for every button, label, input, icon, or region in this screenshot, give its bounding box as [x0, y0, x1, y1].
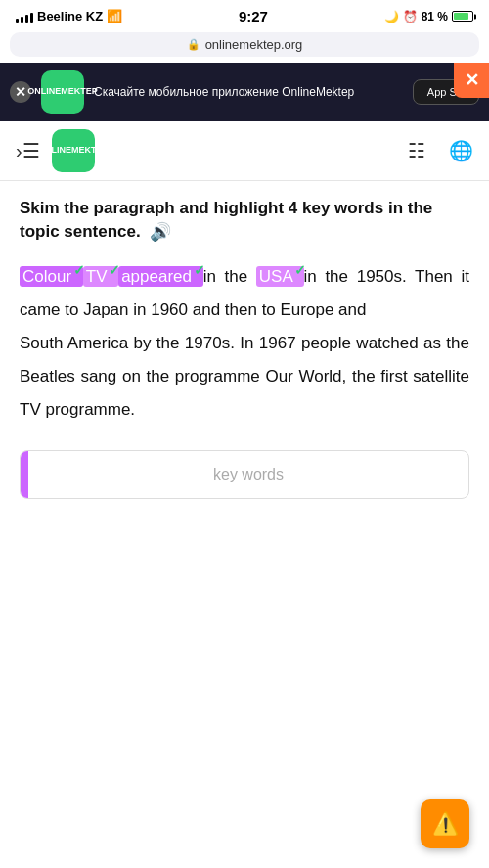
input-left-accent	[21, 451, 28, 498]
highlight-colour: ✓ Colour	[20, 266, 83, 287]
alarm-icon: ⏰	[403, 10, 418, 23]
main-content: Skim the paragraph and highlight 4 key w…	[0, 181, 489, 519]
battery-indicator	[452, 11, 473, 22]
ad-text: Скачайте мобильное приложение OnlineMekt…	[94, 84, 403, 101]
paragraph-text: ✓ Colour ✓ TV ✓ appeared in the ✓ USA in…	[20, 260, 469, 427]
ad-banner: ✕ ONLINE MEKTEP Скачайте мобильное прило…	[0, 63, 489, 121]
highlight-appeared: ✓ appeared	[118, 266, 203, 287]
sentence-connector-2: in the	[304, 267, 357, 286]
alert-triangle-icon: ⚠️	[432, 811, 459, 837]
carrier-label: Beeline KZ	[37, 9, 103, 23]
nav-bar: ›☰ ONLINE MEKTEP ☷ 🌐	[0, 121, 489, 181]
list-view-icon[interactable]: ☷	[408, 139, 425, 162]
keywords-placeholder: key words	[28, 451, 468, 498]
url-bar[interactable]: 🔒 onlinemektep.org	[10, 32, 479, 57]
url-text: onlinemektep.org	[205, 37, 303, 52]
lock-icon: 🔒	[187, 38, 200, 51]
keywords-input-area[interactable]: key words	[20, 450, 469, 499]
signal-bars	[16, 11, 33, 23]
highlight-tv: ✓ TV	[83, 266, 118, 287]
nav-logo: ONLINE MEKTEP	[52, 129, 95, 172]
hamburger-menu-button[interactable]: ›☰	[16, 139, 40, 162]
highlight-usa: ✓ USA	[256, 266, 304, 287]
sentence-connector-1: in the	[203, 267, 256, 286]
alert-fab-button[interactable]: ⚠️	[421, 799, 469, 848]
wifi-icon: 📶	[107, 9, 122, 23]
status-left: Beeline KZ 📶	[16, 9, 122, 23]
ad-logo: ONLINE MEKTEP	[41, 70, 84, 114]
battery-label: 81 %	[422, 10, 448, 23]
paragraph-rest-2: South America by the 1970s. In 1967 peop…	[20, 334, 469, 419]
globe-icon[interactable]: 🌐	[449, 139, 473, 162]
audio-button[interactable]: 🔊	[150, 220, 171, 245]
moon-icon: 🌙	[384, 10, 399, 23]
instruction-text: Skim the paragraph and highlight 4 key w…	[20, 197, 469, 245]
time-display: 9:27	[239, 8, 268, 24]
checkmark-usa: ✓	[294, 256, 306, 284]
status-right: 🌙 ⏰ 81 %	[384, 10, 473, 23]
status-bar: Beeline KZ 📶 9:27 🌙 ⏰ 81 %	[0, 0, 489, 28]
ad-dismiss-button[interactable]: ✕	[454, 63, 489, 98]
checkmark-appeared: ✓	[194, 256, 205, 284]
